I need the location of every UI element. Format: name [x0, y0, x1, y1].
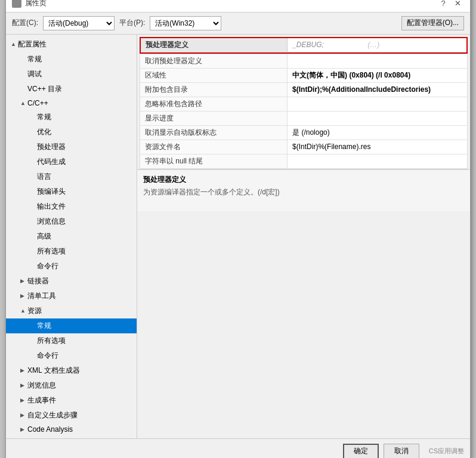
platform-select[interactable]: 活动(Win32) — [150, 16, 221, 30]
tree-item-cpp[interactable]: ▲C/C++ — [6, 97, 137, 110]
tree-label-cpp-general: 常规 — [37, 112, 51, 122]
tree-label-build-events: 生成事件 — [27, 395, 56, 406]
tree-label-xml-gen: XML 文档生成器 — [27, 366, 80, 376]
tree-item-code-analysis[interactable]: ▶Code Analysis — [6, 423, 137, 436]
table-row: 字符串以 null 结尾 — [140, 154, 467, 168]
tree-label-debug: 调试 — [27, 69, 42, 79]
tree-item-config-props[interactable]: ▲配置属性 — [6, 37, 137, 52]
tree-arrow-linker: ▶ — [20, 278, 27, 284]
tree-item-cpp-advanced[interactable]: 高级 — [6, 229, 137, 244]
tree-item-res-general[interactable]: 常规 — [6, 318, 137, 333]
tree-item-general[interactable]: 常规 — [6, 52, 137, 67]
tree-label-res-all: 所有选项 — [37, 336, 66, 346]
prop-name: 资源文件名 — [140, 140, 288, 154]
tree-label-cpp-lang: 语言 — [37, 172, 51, 182]
prop-name: 取消显示自动版权标志 — [140, 125, 288, 140]
main-area: ▲配置属性常规调试VC++ 目录▲C/C++常规优化预处理器代码生成语言预编译头… — [6, 35, 470, 438]
tree-item-vcpp-dirs[interactable]: VC++ 目录 — [6, 82, 137, 97]
description-text: 为资源编译器指定一个或多个定义。(/d[宏]) — [143, 187, 464, 197]
tree-arrow-code-analysis: ▶ — [20, 426, 27, 432]
tree-item-cpp-pch[interactable]: 预编译头 — [6, 184, 137, 199]
tree-label-cpp: C/C++ — [27, 99, 48, 107]
tree-item-res-all[interactable]: 所有选项 — [6, 333, 137, 348]
tree-label-resource: 资源 — [27, 306, 42, 316]
main-dialog: 属性页 ? ✕ 配置(C): 活动(Debug) 平台(P): 活动(Win32… — [5, 0, 471, 458]
highlighted-prop-value: _DEBUG; (…) — [288, 38, 466, 52]
prop-value: 中文(简体，中国) (0x804) (/l 0x0804) — [288, 68, 467, 82]
highlighted-prop-name: 预处理器定义 — [141, 38, 288, 52]
close-button[interactable]: ✕ — [451, 0, 464, 10]
dialog-title: 属性页 — [25, 0, 47, 8]
tree-item-cpp-output[interactable]: 输出文件 — [6, 199, 137, 214]
tree-label-cpp-all: 所有选项 — [37, 246, 66, 256]
left-panel: ▲配置属性常规调试VC++ 目录▲C/C++常规优化预处理器代码生成语言预编译头… — [6, 35, 137, 438]
tree-item-cpp-lang[interactable]: 语言 — [6, 169, 137, 184]
props-table-wrapper: 取消预处理器定义区域性中文(简体，中国) (0x804) (/l 0x0804)… — [140, 54, 468, 169]
prop-value — [288, 54, 467, 69]
tree-item-resource[interactable]: ▲资源 — [6, 304, 137, 318]
tree-item-res-cmdline[interactable]: 命令行 — [6, 348, 137, 363]
tree-label-cpp-advanced: 高级 — [37, 231, 51, 242]
prop-value: $(IntDir);%(AdditionalIncludeDirectories… — [288, 82, 467, 97]
tree-arrow-cleaner: ▶ — [20, 293, 27, 299]
tree-label-general: 常规 — [27, 54, 42, 64]
tree-item-debug[interactable]: 调试 — [6, 67, 137, 82]
tree-label-code-analysis: Code Analysis — [27, 425, 73, 434]
dialog-icon — [12, 0, 21, 8]
prop-value — [288, 97, 467, 111]
tree-arrow-config-props: ▲ — [11, 41, 18, 47]
tree-label-cpp-optimize: 优化 — [37, 127, 51, 137]
tree-label-cpp-output: 输出文件 — [37, 202, 66, 212]
prop-value: $(IntDir)%(Filename).res — [288, 140, 467, 154]
config-label: 配置(C): — [12, 18, 38, 28]
tree-item-cpp-all[interactable]: 所有选项 — [6, 244, 137, 259]
tree-item-cleaner[interactable]: ▶清单工具 — [6, 289, 137, 304]
tree-item-xml-gen[interactable]: ▶XML 文档生成器 — [6, 363, 137, 378]
prop-name: 附加包含目录 — [140, 82, 288, 97]
prop-value — [288, 154, 467, 168]
tree-label-cpp-pch: 预编译头 — [37, 187, 66, 197]
config-mgr-button[interactable]: 配置管理器(O)... — [401, 16, 464, 30]
toolbar-row: 配置(C): 活动(Debug) 平台(P): 活动(Win32) 配置管理器(… — [6, 13, 470, 35]
tree-item-cpp-optimize[interactable]: 优化 — [6, 125, 137, 140]
tree-item-linker[interactable]: ▶链接器 — [6, 274, 137, 289]
tree-label-cpp-preproc: 预处理器 — [37, 142, 66, 152]
tree-label-cpp-codegen: 代码生成 — [37, 157, 66, 167]
config-select[interactable]: 活动(Debug) — [43, 16, 115, 30]
cancel-button[interactable]: 取消 — [384, 444, 419, 459]
tree-label-res-general: 常规 — [37, 321, 51, 331]
table-row: 附加包含目录$(IntDir);%(AdditionalIncludeDirec… — [140, 82, 467, 97]
tree-item-cpp-general[interactable]: 常规 — [6, 110, 137, 125]
title-bar-controls: ? ✕ — [437, 0, 464, 10]
footer: 确定 取消 CS应用调整 — [6, 438, 470, 459]
tree-arrow-browse-info: ▶ — [20, 382, 27, 388]
tree-label-browse-info: 浏览信息 — [27, 380, 56, 391]
prop-name: 显示进度 — [140, 111, 288, 125]
ok-button[interactable]: 确定 — [343, 444, 379, 459]
tree-item-browse-info[interactable]: ▶浏览信息 — [6, 378, 137, 393]
help-button[interactable]: ? — [437, 0, 450, 10]
tree-item-cpp-cmdline[interactable]: 命令行 — [6, 259, 137, 274]
title-bar-left: 属性页 — [12, 0, 47, 8]
prop-value: 是 (/nologo) — [288, 125, 467, 140]
prop-name: 取消预处理器定义 — [140, 54, 288, 69]
tree-item-cpp-preproc[interactable]: 预处理器 — [6, 140, 137, 154]
tree-item-cpp-browse[interactable]: 浏览信息 — [6, 214, 137, 229]
platform-label: 平台(P): — [119, 18, 145, 28]
tree-arrow-xml-gen: ▶ — [20, 367, 27, 373]
tree-arrow-build-events: ▶ — [20, 397, 27, 403]
props-header-table: 预处理器定义 _DEBUG; (…) — [141, 38, 466, 52]
table-row: 取消显示自动版权标志是 (/nologo) — [140, 125, 467, 140]
tree-item-cpp-codegen[interactable]: 代码生成 — [6, 154, 137, 169]
table-row: 取消预处理器定义 — [140, 54, 467, 69]
prop-name: 忽略标准包含路径 — [140, 97, 288, 111]
tree-label-cpp-browse: 浏览信息 — [37, 216, 66, 227]
tree-arrow-cpp: ▲ — [20, 100, 27, 106]
prop-name: 字符串以 null 结尾 — [140, 154, 288, 168]
tree-item-custom-steps[interactable]: ▶自定义生成步骤 — [6, 408, 137, 423]
props-table: 取消预处理器定义区域性中文(简体，中国) (0x804) (/l 0x0804)… — [140, 54, 467, 169]
footer-extra-text: CS应用调整 — [429, 447, 464, 456]
tree-label-custom-steps: 自定义生成步骤 — [27, 410, 78, 420]
tree-item-build-events[interactable]: ▶生成事件 — [6, 393, 137, 408]
prop-name: 区域性 — [140, 68, 288, 82]
